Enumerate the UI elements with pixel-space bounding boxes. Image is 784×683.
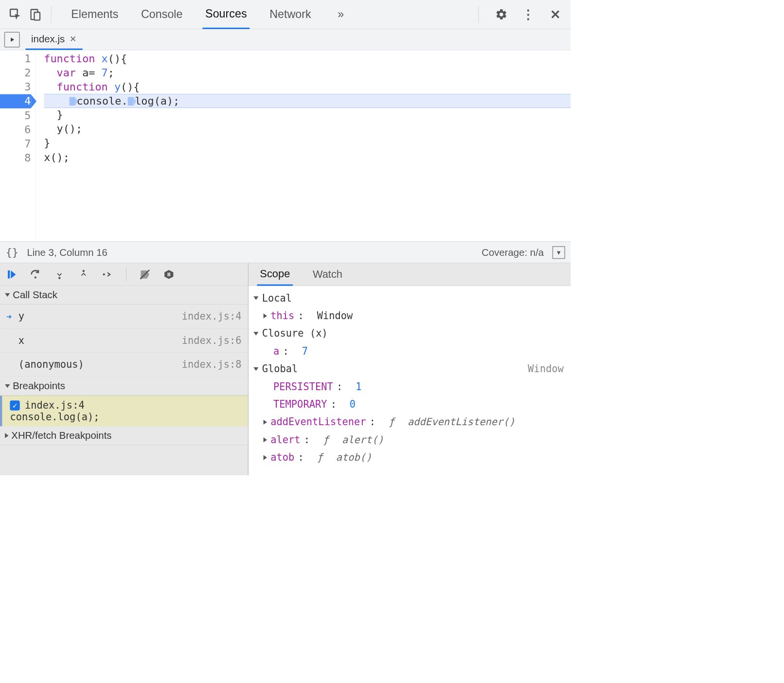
svg-rect-9 bbox=[168, 272, 169, 276]
debugger-right: Scope Watch Local this: Window Closure (… bbox=[249, 263, 570, 475]
svg-rect-2 bbox=[34, 12, 40, 20]
resume-icon[interactable] bbox=[4, 267, 18, 281]
debugger-panels: Call Stack ➔y index.js:4 x index.js:6 (a… bbox=[0, 263, 571, 475]
scope-watch-tabs: Scope Watch bbox=[249, 263, 570, 286]
section-title: Call Stack bbox=[13, 289, 57, 301]
scope-tree[interactable]: Local this: Window Closure (x) a: 7 Glob… bbox=[249, 286, 570, 475]
editor-status-bar: {} Line 3, Column 16 Coverage: n/a ▾ bbox=[0, 241, 571, 263]
gutter-line[interactable]: 1 bbox=[0, 52, 31, 66]
scope-var[interactable]: PERSISTENT: 1 bbox=[253, 378, 564, 395]
stack-frame[interactable]: (anonymous) index.js:8 bbox=[0, 353, 248, 377]
stack-frame[interactable]: x index.js:6 bbox=[0, 329, 248, 353]
scope-var[interactable]: atob: ƒ atob() bbox=[253, 449, 564, 466]
panel-tabs: Elements Console Sources Network » bbox=[69, 0, 351, 29]
chevron-down-icon bbox=[253, 367, 258, 371]
chevron-down-icon bbox=[253, 332, 258, 335]
scope-var[interactable]: alert: ƒ alert() bbox=[253, 431, 564, 449]
chevron-right-icon bbox=[264, 455, 267, 460]
code-lines[interactable]: function x(){ var a= 7; function y(){ co… bbox=[36, 50, 571, 241]
step-into-icon[interactable] bbox=[53, 267, 67, 281]
gutter-line[interactable]: 2 bbox=[0, 66, 31, 80]
scope-global-right: Window bbox=[528, 360, 564, 377]
stack-frame-location: index.js:8 bbox=[182, 359, 242, 370]
breakpoint-marker-icon bbox=[128, 97, 134, 105]
chevron-right-icon bbox=[264, 437, 267, 442]
close-file-icon[interactable]: ✕ bbox=[70, 34, 77, 44]
scope-section-local[interactable]: Local bbox=[253, 289, 564, 307]
file-tab-label: index.js bbox=[31, 33, 65, 44]
scope-var[interactable]: addEventListener: ƒ addEventListener() bbox=[253, 413, 564, 431]
device-toggle-icon[interactable] bbox=[25, 4, 45, 24]
scope-section-global[interactable]: Global Window bbox=[253, 360, 564, 377]
coverage-label: Coverage: n/a bbox=[481, 247, 544, 258]
scope-section-closure[interactable]: Closure (x) bbox=[253, 325, 564, 342]
breakpoint-marker-icon bbox=[70, 97, 75, 105]
file-tab-indexjs[interactable]: index.js ✕ bbox=[25, 29, 82, 50]
step-icon[interactable] bbox=[101, 267, 115, 281]
callstack-header[interactable]: Call Stack bbox=[0, 286, 248, 305]
stack-frame-location: index.js:6 bbox=[182, 335, 242, 346]
step-out-icon[interactable] bbox=[76, 267, 90, 281]
svg-point-4 bbox=[35, 276, 36, 278]
line-gutter: 1 2 3 4 5 6 7 8 bbox=[0, 50, 36, 241]
tab-network[interactable]: Network bbox=[267, 0, 314, 29]
scope-var[interactable]: a: 7 bbox=[253, 342, 564, 360]
svg-point-5 bbox=[58, 277, 61, 279]
show-navigator-icon[interactable] bbox=[4, 32, 20, 47]
gutter-line[interactable]: 3 bbox=[0, 80, 31, 94]
devtools-toolbar: Elements Console Sources Network » ⋮ ✕ bbox=[0, 0, 571, 29]
callstack-list: ➔y index.js:4 x index.js:6 (anonymous) i… bbox=[0, 305, 248, 377]
chevron-right-icon bbox=[5, 433, 8, 438]
svg-point-6 bbox=[83, 270, 85, 272]
cursor-position: Line 3, Column 16 bbox=[27, 247, 107, 258]
code-editor[interactable]: 1 2 3 4 5 6 7 8 function x(){ var a= 7; … bbox=[0, 50, 571, 241]
debugger-left: Call Stack ➔y index.js:4 x index.js:6 (a… bbox=[0, 263, 249, 475]
svg-point-7 bbox=[103, 273, 105, 275]
xhr-breakpoints-header[interactable]: XHR/fetch Breakpoints bbox=[0, 427, 248, 446]
pause-on-exceptions-icon[interactable] bbox=[162, 267, 176, 281]
coverage-dropdown-icon[interactable]: ▾ bbox=[552, 246, 565, 259]
inspect-element-icon[interactable] bbox=[6, 4, 26, 24]
stack-frame[interactable]: ➔y index.js:4 bbox=[0, 305, 248, 329]
svg-rect-3 bbox=[8, 270, 10, 279]
kebab-menu-icon[interactable]: ⋮ bbox=[518, 4, 538, 24]
gutter-line[interactable]: 6 bbox=[0, 123, 31, 137]
current-frame-arrow-icon: ➔ bbox=[6, 311, 15, 322]
svg-rect-10 bbox=[169, 272, 170, 276]
tab-console[interactable]: Console bbox=[138, 0, 185, 29]
current-execution-line: console.log(a); bbox=[44, 94, 570, 108]
breakpoint-checkbox[interactable]: ✓ bbox=[10, 400, 19, 410]
debugger-toolbar bbox=[0, 263, 248, 286]
breakpoint-location: index.js:4 bbox=[25, 399, 85, 411]
chevron-down-icon bbox=[5, 293, 10, 297]
step-over-icon[interactable] bbox=[28, 267, 42, 281]
stack-frame-location: index.js:4 bbox=[182, 310, 242, 322]
tab-sources[interactable]: Sources bbox=[202, 0, 249, 29]
gutter-line[interactable]: 5 bbox=[0, 108, 31, 123]
deactivate-breakpoints-icon[interactable] bbox=[138, 267, 152, 281]
pretty-print-icon[interactable]: {} bbox=[6, 246, 18, 258]
chevron-right-icon bbox=[264, 420, 267, 425]
chevron-down-icon bbox=[5, 384, 10, 388]
file-tabs-bar: index.js ✕ bbox=[0, 29, 571, 51]
settings-gear-icon[interactable] bbox=[491, 4, 511, 24]
separator bbox=[479, 6, 479, 23]
separator bbox=[51, 6, 52, 23]
scope-var[interactable]: TEMPORARY: 0 bbox=[253, 395, 564, 413]
close-devtools-icon[interactable]: ✕ bbox=[545, 4, 565, 24]
section-title: Breakpoints bbox=[13, 380, 65, 392]
scope-var[interactable]: this: Window bbox=[253, 307, 564, 324]
tab-elements[interactable]: Elements bbox=[69, 0, 122, 29]
section-title: XHR/fetch Breakpoints bbox=[11, 430, 111, 441]
gutter-line[interactable]: 8 bbox=[0, 151, 31, 165]
tab-scope[interactable]: Scope bbox=[257, 263, 293, 286]
gutter-line[interactable]: 7 bbox=[0, 137, 31, 151]
gutter-line-current[interactable]: 4 bbox=[0, 94, 31, 108]
chevron-right-icon bbox=[264, 313, 267, 318]
tab-watch[interactable]: Watch bbox=[310, 263, 345, 286]
breakpoints-header[interactable]: Breakpoints bbox=[0, 377, 248, 396]
breakpoint-item[interactable]: ✓ index.js:4 console.log(a); bbox=[0, 395, 248, 426]
chevron-down-icon bbox=[253, 296, 258, 300]
breakpoint-code: console.log(a); bbox=[10, 411, 243, 423]
more-tabs-icon[interactable]: » bbox=[331, 4, 351, 24]
